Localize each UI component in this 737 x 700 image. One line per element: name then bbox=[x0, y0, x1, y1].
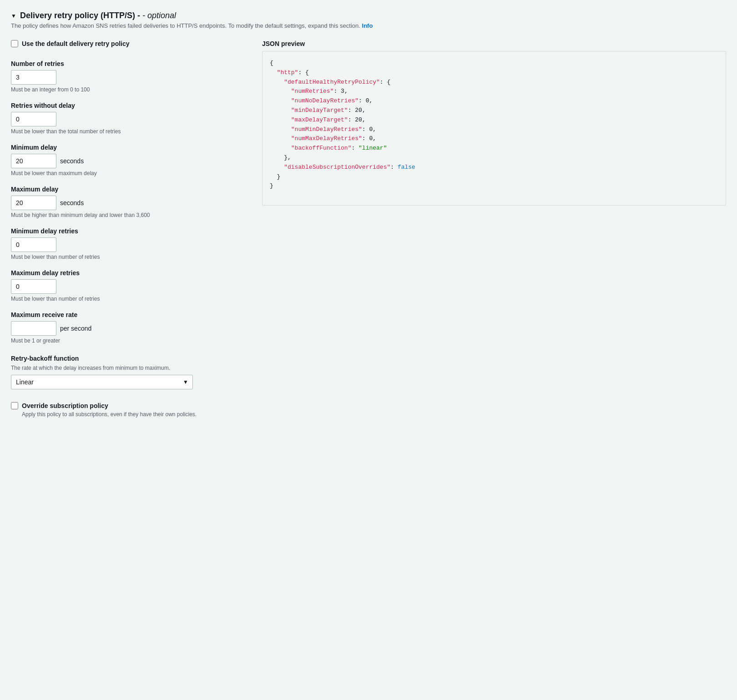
maximum-delay-unit: seconds bbox=[60, 199, 84, 206]
max-delay-retries-input[interactable] bbox=[11, 279, 56, 294]
default-policy-checkbox[interactable] bbox=[11, 40, 18, 47]
min-delay-retries-input[interactable] bbox=[11, 237, 56, 252]
num-retries-group: Number of retries Must be an integer fro… bbox=[11, 60, 247, 93]
maximum-delay-group: Maximum delay seconds Must be higher tha… bbox=[11, 186, 247, 218]
backoff-function-select[interactable]: Linear Arithmetic Geometric Exponential bbox=[11, 375, 193, 389]
min-delay-retries-group: Minimum delay retries Must be lower than… bbox=[11, 227, 247, 260]
override-policy-description: Apply this policy to all subscriptions, … bbox=[22, 411, 247, 418]
override-policy-checkbox[interactable] bbox=[11, 402, 18, 409]
section-description: The policy defines how Amazon SNS retrie… bbox=[11, 22, 726, 29]
info-link[interactable]: Info bbox=[362, 22, 373, 29]
minimum-delay-unit: seconds bbox=[60, 157, 84, 165]
override-section: Override subscription policy Apply this … bbox=[11, 402, 247, 418]
backoff-function-description: The rate at which the delay increases fr… bbox=[11, 365, 247, 371]
backoff-function-group: Retry-backoff function The rate at which… bbox=[11, 355, 247, 389]
right-panel: JSON preview { "http": { "defaultHealthy… bbox=[262, 40, 726, 418]
backoff-function-select-wrapper: Linear Arithmetic Geometric Exponential … bbox=[11, 375, 193, 389]
retries-without-delay-group: Retries without delay Must be lower than… bbox=[11, 102, 247, 135]
json-preview-label: JSON preview bbox=[262, 40, 726, 47]
min-delay-retries-hint: Must be lower than number of retries bbox=[11, 254, 247, 260]
override-row: Override subscription policy bbox=[11, 402, 247, 409]
minimum-delay-hint: Must be lower than maximum delay bbox=[11, 170, 247, 176]
maximum-delay-label: Maximum delay bbox=[11, 186, 247, 193]
max-receive-rate-label: Maximum receive rate bbox=[11, 311, 247, 318]
override-policy-label: Override subscription policy bbox=[22, 402, 108, 409]
max-receive-rate-group: Maximum receive rate per second Must be … bbox=[11, 311, 247, 344]
retries-without-delay-input[interactable] bbox=[11, 112, 56, 126]
retries-without-delay-hint: Must be lower than the total number of r… bbox=[11, 128, 247, 135]
minimum-delay-label: Minimum delay bbox=[11, 144, 247, 151]
minimum-delay-input[interactable] bbox=[11, 154, 56, 168]
backoff-function-label: Retry-backoff function bbox=[11, 355, 247, 362]
default-policy-row: Use the default delivery retry policy bbox=[11, 40, 247, 47]
default-policy-label: Use the default delivery retry policy bbox=[22, 40, 130, 47]
max-receive-rate-input[interactable] bbox=[11, 321, 56, 336]
max-delay-retries-label: Maximum delay retries bbox=[11, 269, 247, 277]
minimum-delay-group: Minimum delay seconds Must be lower than… bbox=[11, 144, 247, 176]
max-receive-rate-hint: Must be 1 or greater bbox=[11, 337, 247, 344]
max-delay-retries-group: Maximum delay retries Must be lower than… bbox=[11, 269, 247, 302]
retries-without-delay-label: Retries without delay bbox=[11, 102, 247, 109]
toggle-icon[interactable]: ▼ bbox=[11, 13, 16, 19]
left-panel: Use the default delivery retry policy Nu… bbox=[11, 40, 247, 418]
maximum-delay-input[interactable] bbox=[11, 196, 56, 210]
max-receive-rate-unit: per second bbox=[60, 325, 91, 332]
min-delay-retries-label: Minimum delay retries bbox=[11, 227, 247, 235]
max-delay-retries-hint: Must be lower than number of retries bbox=[11, 296, 247, 302]
num-retries-label: Number of retries bbox=[11, 60, 247, 67]
section-title: Delivery retry policy (HTTP/S) - - optio… bbox=[20, 11, 176, 20]
json-preview-container: { "http": { "defaultHealthyRetryPolicy":… bbox=[262, 51, 726, 206]
num-retries-input[interactable] bbox=[11, 70, 56, 85]
num-retries-hint: Must be an integer from 0 to 100 bbox=[11, 86, 247, 93]
maximum-delay-hint: Must be higher than minimum delay and lo… bbox=[11, 212, 247, 218]
